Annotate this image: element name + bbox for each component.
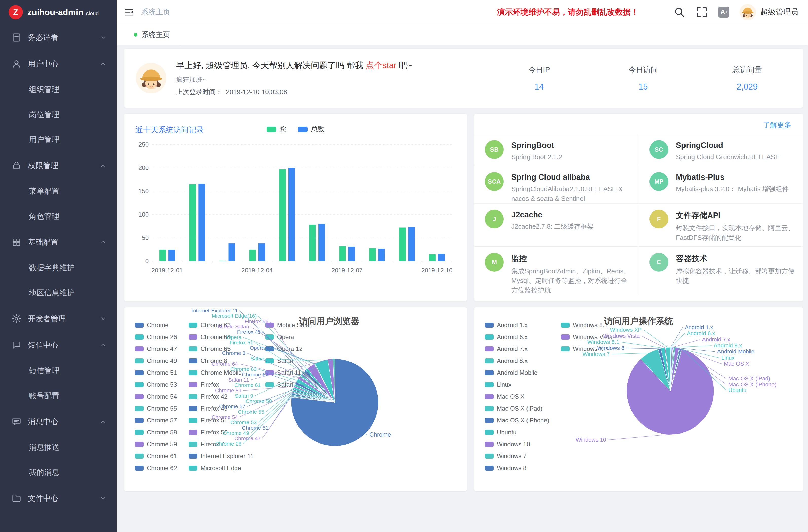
fullscreen-icon[interactable]: [696, 6, 708, 18]
legend-item-safari-11[interactable]: Safari 11: [265, 367, 313, 379]
legend-item-chrome-57[interactable]: Chrome 57: [135, 414, 177, 426]
legend-item-android-6-x[interactable]: Android 6.x: [485, 331, 549, 343]
legend-swatch: [298, 127, 308, 132]
sidebar-item-sms-center[interactable]: 短信中心: [0, 332, 117, 358]
pie-slices: [627, 347, 714, 435]
legend-label: Windows 7: [497, 453, 527, 460]
sidebar-subitem-role-management[interactable]: 角色管理: [0, 204, 117, 229]
hamburger-icon[interactable]: [117, 0, 141, 24]
legend-item-chrome-54[interactable]: Chrome 54: [135, 390, 177, 402]
legend-label: Firefox 45: [201, 405, 228, 412]
sms-icon: [12, 340, 21, 350]
legend-swatch: [485, 454, 494, 459]
legend-item-chrome-59[interactable]: Chrome 59: [135, 438, 177, 450]
legend-item-chrome-8[interactable]: Chrome 8: [189, 355, 254, 367]
sidebar-subitem-post-management[interactable]: 岗位管理: [0, 102, 117, 127]
sidebar-item-file-center[interactable]: 文件中心: [0, 485, 117, 512]
legend-item-chrome-47[interactable]: Chrome 47: [135, 343, 177, 355]
legend-item-opera-12[interactable]: Opera 12: [265, 343, 313, 355]
legend-item-mac-os-x[interactable]: Mac OS X: [485, 390, 549, 402]
legend-item-android-8-x[interactable]: Android 8.x: [485, 355, 549, 367]
features-grid: SBSpringBootSpring Boot 2.1.2SCSpringClo…: [474, 134, 803, 295]
legend-item-opera[interactable]: Opera: [265, 331, 313, 343]
legend-label: Windows 8.1: [573, 322, 608, 329]
legend-label: Chrome 62: [147, 464, 177, 472]
legend-item-firefox[interactable]: Firefox: [189, 379, 254, 390]
sidebar-item-developer[interactable]: 开发者管理: [0, 306, 117, 332]
sidebar-item-message-center[interactable]: 消息中心: [0, 408, 117, 435]
sidebar-item-label: 消息中心: [28, 417, 58, 427]
sidebar-subitem-user-management[interactable]: 用户管理: [0, 127, 117, 152]
legend-item-chrome-61[interactable]: Chrome 61: [135, 450, 177, 462]
sidebar-item-permission[interactable]: 权限管理: [0, 152, 117, 179]
sidebar-subitem-region-maintenance[interactable]: 地区信息维护: [0, 280, 117, 306]
legend-item-chrome-64[interactable]: Chrome 64: [189, 331, 254, 343]
legend-item-ubuntu[interactable]: Ubuntu: [485, 426, 549, 438]
legend-item-linux[interactable]: Linux: [485, 379, 549, 390]
app-logo[interactable]: Z zuihou-admincloud: [0, 0, 117, 24]
legend-item-windows-vista[interactable]: Windows Vista: [561, 331, 613, 343]
legend-item-chrome-53[interactable]: Chrome 53: [135, 379, 177, 390]
lock-icon: [12, 161, 21, 170]
sidebar-subitem-menu-config[interactable]: 菜单配置: [0, 179, 117, 204]
legend-swatch: [189, 323, 197, 328]
sidebar-subitem-org-management[interactable]: 组织管理: [0, 77, 117, 102]
legend-item-android-mobile[interactable]: Android Mobile: [485, 367, 549, 379]
legend-item-chrome-55[interactable]: Chrome 55: [135, 402, 177, 414]
search-icon[interactable]: [674, 6, 685, 18]
legend-item-mac-os-x-ipad[interactable]: Mac OS X (iPad): [485, 402, 549, 414]
tab-home[interactable]: 系统主页: [124, 24, 180, 45]
sidebar-item-user-center[interactable]: 用户中心: [0, 51, 117, 77]
sidebar-item-basic-config[interactable]: 基础配置: [0, 229, 117, 255]
sidebar-subitem-dict-maintenance[interactable]: 数据字典维护: [0, 255, 117, 280]
sidebar-subitem-sms-management[interactable]: 短信管理: [0, 358, 117, 383]
bar-legend-item-总数[interactable]: 总数: [298, 125, 324, 134]
legend-swatch: [135, 358, 144, 363]
legend-item-windows-8[interactable]: Windows 8: [485, 462, 549, 474]
legend-item-safari-9[interactable]: Safari 9: [265, 379, 313, 390]
username[interactable]: 超级管理员: [760, 7, 798, 17]
legend-item-chrome-mobile[interactable]: Chrome Mobile: [189, 367, 254, 379]
sidebar-subitem-message-push[interactable]: 消息推送: [0, 435, 117, 460]
legend-item-firefox-51[interactable]: Firefox 51: [189, 414, 254, 426]
font-size-icon[interactable]: A+: [718, 6, 729, 18]
legend-item-chrome-49[interactable]: Chrome 49: [135, 355, 177, 367]
legend-item-mac-os-x-iphone[interactable]: Mac OS X (iPhone): [485, 414, 549, 426]
legend-item-microsoft-edge[interactable]: Microsoft Edge: [189, 462, 254, 474]
legend-item-firefox-56[interactable]: Firefox 56: [189, 426, 254, 438]
bar-legend-item-您[interactable]: 您: [267, 125, 286, 134]
legend-item-android-7-x[interactable]: Android 7.x: [485, 343, 549, 355]
legend-item-android-1-x[interactable]: Android 1.x: [485, 319, 549, 331]
legend-item-chrome-51[interactable]: Chrome 51: [135, 367, 177, 379]
legend-label: Firefox 7: [201, 441, 224, 448]
legend-item-windows-7[interactable]: Windows 7: [485, 450, 549, 462]
legend-item-chrome-58[interactable]: Chrome 58: [135, 426, 177, 438]
legend-item-windows-10[interactable]: Windows 10: [485, 438, 549, 450]
legend-swatch: [135, 442, 144, 447]
legend-item-firefox-42[interactable]: Firefox 42: [189, 390, 254, 402]
sidebar-subitem-account-config[interactable]: 账号配置: [0, 383, 117, 408]
star-link[interactable]: 点个star: [366, 61, 397, 70]
feature-badge-icon: SCA: [485, 172, 504, 191]
sidebar-subitem-label: 组织管理: [29, 85, 59, 95]
legend-item-chrome[interactable]: Chrome: [135, 319, 177, 331]
legend-swatch: [485, 370, 494, 375]
avatar[interactable]: [739, 4, 756, 20]
sidebar-subitem-my-messages[interactable]: 我的消息: [0, 460, 117, 485]
legend-item-internet-explorer-11[interactable]: Internet Explorer 11: [189, 450, 254, 462]
legend-item-chrome-26[interactable]: Chrome 26: [135, 331, 177, 343]
legend-item-firefox-45[interactable]: Firefox 45: [189, 402, 254, 414]
legend-item-windows-xp[interactable]: Windows XP: [561, 343, 613, 355]
sidebar-subitem-label: 菜单配置: [29, 186, 59, 197]
breadcrumb[interactable]: 系统主页: [141, 7, 170, 17]
feature-title: Mybatis-Plus: [676, 173, 789, 182]
sidebar-item-must-read[interactable]: 务必详看: [0, 24, 117, 51]
legend-item-chrome-65[interactable]: Chrome 65: [189, 343, 254, 355]
legend-item-firefox-7[interactable]: Firefox 7: [189, 438, 254, 450]
legend-item-chrome-63[interactable]: Chrome 63: [189, 319, 254, 331]
learn-more-link[interactable]: 了解更多: [763, 120, 791, 130]
legend-item-chrome-62[interactable]: Chrome 62: [135, 462, 177, 474]
legend-item-safari[interactable]: Safari: [265, 355, 313, 367]
svg-text:2019-12-07: 2019-12-07: [331, 267, 363, 274]
message-icon: [12, 417, 21, 426]
